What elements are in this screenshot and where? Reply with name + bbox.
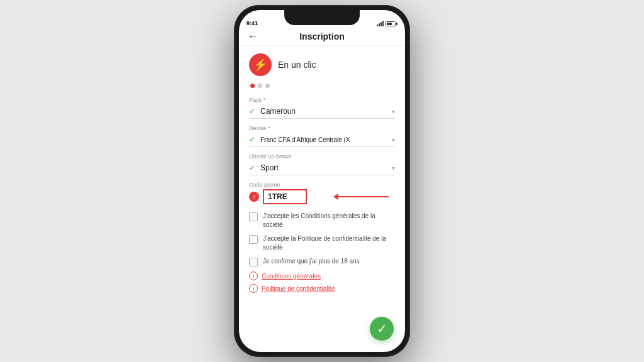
form-content: ⚡ En un clic Pays * ✓ Cameroun ▾ (239, 46, 405, 352)
back-button[interactable]: ← (248, 31, 258, 42)
pays-label: Pays * (249, 97, 395, 103)
checkmark-icon: ✓ (377, 321, 387, 336)
status-right (377, 21, 397, 26)
signal-icon (377, 21, 384, 26)
pays-value: Cameroun (260, 107, 392, 116)
bonus-value: Sport (260, 163, 392, 172)
status-time: 9:41 (247, 20, 258, 26)
devise-select[interactable]: ✓ Franc CFA d'Afrique Centrale (X ▾ (249, 133, 395, 147)
checkbox-cgv-input[interactable] (249, 212, 258, 221)
checkbox-age: Je confirme que j'ai plus de 18 ans (249, 257, 395, 266)
status-left: 9:41 (247, 20, 258, 26)
bonus-label: Choisir un bonus (249, 153, 395, 160)
bonus-check-icon: ✓ (249, 163, 255, 172)
cgv-link-row: i Conditions générales (249, 272, 395, 280)
devise-label: Devise * (249, 125, 395, 131)
devise-field: Devise * ✓ Franc CFA d'Afrique Centrale … (249, 125, 395, 147)
bonus-select[interactable]: ✓ Sport ▾ (249, 161, 395, 175)
checkbox-privacy-label: J'accepte la Politique de confidentialit… (263, 234, 395, 252)
checkbox-cgv: J'accepte les Conditions générales de la… (249, 212, 395, 229)
en-un-clic-section: ⚡ En un clic (249, 53, 395, 76)
checkbox-age-input[interactable] (249, 258, 258, 266)
devise-value: Franc CFA d'Afrique Centrale (X (260, 136, 392, 143)
pays-chevron-icon: ▾ (392, 108, 395, 115)
checkbox-privacy: J'accepte la Politique de confidentialit… (249, 234, 395, 252)
arrow-head-icon (333, 194, 338, 200)
step-dots (249, 84, 395, 88)
phone-screen: 9:41 ← Inscription (239, 10, 405, 352)
phone-notch (284, 10, 360, 25)
checkbox-age-label: Je confirme que j'ai plus de 18 ans (263, 257, 360, 266)
arrow-annotation (333, 194, 389, 200)
dot-2 (258, 84, 262, 88)
privacy-info-icon: i (249, 284, 258, 293)
dot-1 (250, 84, 255, 88)
arrow-line (338, 196, 389, 197)
cgv-info-icon: i (249, 272, 258, 280)
code-promo-label: Code promo (249, 182, 395, 188)
page-title: Inscription (299, 31, 345, 41)
cgv-link[interactable]: Conditions générales (262, 273, 321, 280)
checkbox-cgv-label: J'accepte les Conditions générales de la… (263, 212, 395, 229)
code-promo-field: Code promo ! 1TRE (249, 182, 395, 204)
devise-chevron-icon: ▾ (392, 136, 395, 143)
privacy-link-row: i Politique de confidentialité (249, 284, 395, 293)
bonus-chevron-icon: ▾ (392, 165, 395, 172)
checkbox-privacy-input[interactable] (249, 235, 258, 244)
code-error-icon: ! (249, 192, 259, 202)
battery-icon (386, 21, 397, 26)
pays-select[interactable]: ✓ Cameroun ▾ (249, 104, 395, 119)
pays-field: Pays * ✓ Cameroun ▾ (249, 97, 395, 119)
code-promo-row: ! 1TRE (249, 189, 395, 204)
dot-3 (265, 84, 270, 88)
bonus-field: Choisir un bonus ✓ Sport ▾ (249, 153, 395, 175)
code-promo-input[interactable]: 1TRE (263, 189, 307, 204)
pays-check-icon: ✓ (249, 107, 255, 116)
header: ← Inscription (239, 28, 405, 46)
phone-device: 9:41 ← Inscription (234, 5, 410, 357)
lightning-icon: ⚡ (249, 53, 272, 76)
submit-fab[interactable]: ✓ (370, 317, 394, 341)
privacy-link[interactable]: Politique de confidentialité (262, 285, 335, 292)
en-un-clic-label: En un clic (278, 60, 316, 70)
devise-check-icon: ✓ (249, 135, 255, 144)
